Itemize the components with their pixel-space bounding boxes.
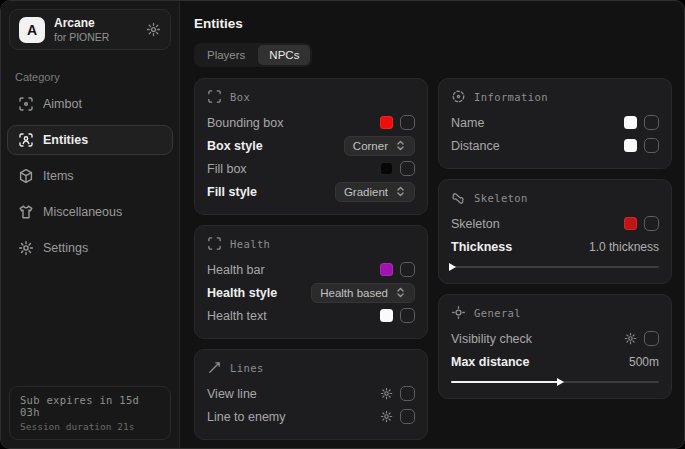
select-value: Health based bbox=[320, 287, 388, 299]
card-title: Box bbox=[230, 91, 250, 103]
row-label: Thickness bbox=[451, 240, 512, 254]
slider-track bbox=[451, 266, 659, 268]
fill-box-checkbox[interactable] bbox=[400, 161, 415, 176]
crosshair-icon bbox=[18, 96, 34, 112]
sidebar-item-entities[interactable]: Entities bbox=[7, 125, 173, 155]
thickness-value: 1.0 thickness bbox=[589, 240, 659, 254]
thickness-slider[interactable] bbox=[451, 262, 659, 272]
color-swatch[interactable] bbox=[380, 116, 393, 129]
card-title: General bbox=[474, 307, 521, 319]
sidebar-item-label: Settings bbox=[43, 241, 88, 255]
brand-card: A Arcane for PIONER bbox=[9, 9, 171, 50]
lines-card: Lines View line Line to enemy bbox=[194, 349, 428, 440]
tab-players[interactable]: Players bbox=[196, 45, 256, 65]
color-swatch[interactable] bbox=[624, 116, 637, 129]
sidebar-item-items[interactable]: Items bbox=[7, 161, 173, 191]
box-style-select[interactable]: Corner bbox=[344, 136, 415, 156]
view-line-settings-icon[interactable] bbox=[380, 387, 393, 400]
brand-subtitle: for PIONER bbox=[54, 31, 109, 43]
general-card: General Visibility check Max distance bbox=[438, 294, 672, 399]
view-line-checkbox[interactable] bbox=[400, 386, 415, 401]
box-card: Box Bounding box Box style Corner bbox=[194, 78, 428, 215]
health-bar-checkbox[interactable] bbox=[400, 262, 415, 277]
fill-style-row: Fill style Gradient bbox=[207, 180, 415, 203]
sidebar-item-settings[interactable]: Settings bbox=[7, 233, 173, 263]
right-column: Information Name Distance bbox=[438, 78, 672, 440]
row-label: Distance bbox=[451, 139, 500, 153]
health-text-checkbox[interactable] bbox=[400, 308, 415, 323]
diagonal-line-icon bbox=[207, 360, 222, 375]
slider-thumb[interactable] bbox=[449, 263, 456, 271]
corners-icon bbox=[207, 89, 222, 104]
distance-row: Distance bbox=[451, 134, 659, 157]
color-swatch[interactable] bbox=[380, 162, 393, 175]
color-swatch[interactable] bbox=[624, 217, 637, 230]
row-label: Skeleton bbox=[451, 217, 500, 231]
slider-thumb[interactable] bbox=[557, 378, 564, 386]
main-content: Entities Players NPCs Box Bounding box bbox=[180, 1, 684, 448]
brand-settings-icon[interactable] bbox=[146, 22, 161, 37]
subscription-status-card: Sub expires in 15d 03h Session duration … bbox=[9, 386, 171, 440]
row-label: Max distance bbox=[451, 355, 530, 369]
slider-fill bbox=[451, 381, 559, 383]
sidebar-nav: Aimbot Entities Items Miscellaneous Sett… bbox=[1, 89, 179, 263]
sidebar-item-label: Entities bbox=[43, 133, 88, 147]
color-swatch[interactable] bbox=[380, 309, 393, 322]
line-to-enemy-row: Line to enemy bbox=[207, 405, 415, 428]
cube-icon bbox=[18, 168, 34, 184]
box-style-row: Box style Corner bbox=[207, 134, 415, 157]
skeleton-row: Skeleton bbox=[451, 212, 659, 235]
visibility-settings-icon[interactable] bbox=[624, 332, 637, 345]
health-card: Health Health bar Health style Health ba… bbox=[194, 225, 428, 339]
health-text-row: Health text bbox=[207, 304, 415, 327]
sidebar: A Arcane for PIONER Category Aimbot Enti… bbox=[1, 1, 180, 448]
sidebar-item-aimbot[interactable]: Aimbot bbox=[7, 89, 173, 119]
brand-name: Arcane bbox=[54, 16, 109, 30]
sun-gear-icon bbox=[451, 305, 466, 320]
distance-checkbox[interactable] bbox=[644, 138, 659, 153]
line-to-enemy-checkbox[interactable] bbox=[400, 409, 415, 424]
row-label: Health text bbox=[207, 309, 267, 323]
bone-icon bbox=[451, 190, 466, 205]
sidebar-item-miscellaneous[interactable]: Miscellaneous bbox=[7, 197, 173, 227]
bounding-box-row: Bounding box bbox=[207, 111, 415, 134]
name-checkbox[interactable] bbox=[644, 115, 659, 130]
line-to-enemy-settings-icon[interactable] bbox=[380, 410, 393, 423]
color-swatch[interactable] bbox=[624, 139, 637, 152]
tab-bar: Players NPCs bbox=[194, 43, 312, 67]
fill-style-select[interactable]: Gradient bbox=[335, 182, 415, 202]
row-label: Line to enemy bbox=[207, 410, 286, 424]
bounding-box-checkbox[interactable] bbox=[400, 115, 415, 130]
skeleton-checkbox[interactable] bbox=[644, 216, 659, 231]
sub-expiry-text: Sub expires in 15d 03h bbox=[20, 394, 160, 418]
chevrons-up-down-icon bbox=[395, 140, 406, 151]
health-style-select[interactable]: Health based bbox=[311, 283, 415, 303]
box-card-header: Box bbox=[207, 89, 415, 104]
select-value: Corner bbox=[353, 140, 388, 152]
shirt-icon bbox=[18, 204, 34, 220]
visibility-check-checkbox[interactable] bbox=[644, 331, 659, 346]
info-scan-icon bbox=[451, 89, 466, 104]
page-title: Entities bbox=[194, 16, 672, 31]
card-title: Skeleton bbox=[474, 192, 528, 204]
visibility-check-row: Visibility check bbox=[451, 327, 659, 350]
color-swatch[interactable] bbox=[380, 263, 393, 276]
row-label: Fill box bbox=[207, 162, 247, 176]
max-distance-slider[interactable] bbox=[451, 377, 659, 387]
chevrons-up-down-icon bbox=[395, 186, 406, 197]
information-card-header: Information bbox=[451, 89, 659, 104]
corners-icon bbox=[207, 236, 222, 251]
brand-logo: A bbox=[19, 17, 45, 43]
skeleton-card: Skeleton Skeleton Thickness 1.0 thicknes… bbox=[438, 179, 672, 284]
information-card: Information Name Distance bbox=[438, 78, 672, 169]
tab-npcs[interactable]: NPCs bbox=[258, 45, 310, 65]
category-label: Category bbox=[15, 71, 165, 83]
thickness-row: Thickness 1.0 thickness bbox=[451, 235, 659, 258]
card-title: Lines bbox=[230, 362, 264, 374]
health-bar-row: Health bar bbox=[207, 258, 415, 281]
general-card-header: General bbox=[451, 305, 659, 320]
row-label: Bounding box bbox=[207, 116, 283, 130]
skeleton-card-header: Skeleton bbox=[451, 190, 659, 205]
fill-box-row: Fill box bbox=[207, 157, 415, 180]
card-title: Information bbox=[474, 91, 548, 103]
